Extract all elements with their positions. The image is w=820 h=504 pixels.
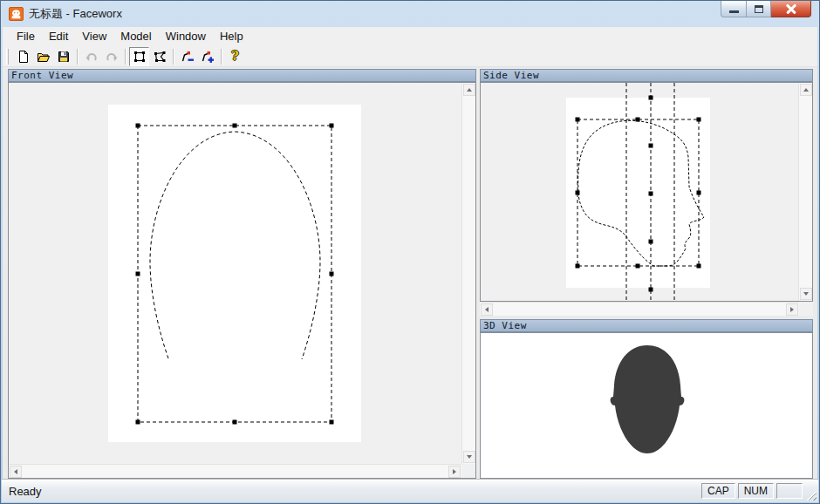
open-folder-icon [37,50,51,64]
close-icon [786,4,796,13]
three-d-head-model [481,333,812,478]
scroll-right-button[interactable] [448,466,461,478]
three-d-view-header: 3D View [480,319,813,332]
three-d-view-canvas[interactable] [480,332,813,479]
window-title: 无标题 - Faceworx [29,6,122,22]
front-view-drawing [9,83,475,478]
new-document-button[interactable] [13,47,33,66]
scroll-down-button[interactable] [800,288,812,300]
workspace: Front View [3,67,817,480]
save-file-button[interactable] [53,47,73,66]
help-button[interactable]: ? [225,47,245,66]
toolbar-separator [125,49,126,65]
scrollbar-corner [799,302,813,316]
menu-edit[interactable]: Edit [42,27,75,46]
scroll-right-button[interactable] [786,303,798,316]
minimize-icon [729,10,739,13]
front-view-canvas[interactable] [8,82,476,479]
menu-window[interactable]: Window [159,27,213,46]
add-point-tool-button[interactable] [197,47,217,66]
toolbar-separator [221,49,222,65]
close-button[interactable] [771,1,811,17]
menu-help[interactable]: Help [213,27,250,46]
redo-button[interactable] [101,47,121,66]
toolbar-separator [77,49,78,65]
face-logo-icon [10,8,23,20]
front-horizontal-scrollbar[interactable] [9,464,461,478]
titlebar[interactable]: 无标题 - Faceworx [2,1,818,27]
scroll-lock-indicator [776,483,803,499]
remove-point-icon [181,50,195,64]
scroll-up-button[interactable] [463,84,475,96]
arrow-up-icon [803,88,809,92]
maximize-button[interactable] [747,1,771,17]
polygon-select-icon [153,50,167,64]
status-indicators: CAP NUM [699,483,803,499]
arrow-right-icon [790,307,794,312]
front-view-pane: Front View [8,69,476,479]
undo-icon [85,50,99,64]
toolbar-grip[interactable] [6,49,9,65]
remove-point-tool-button[interactable] [177,47,197,66]
caption-buttons [721,1,811,17]
side-photo-canvas [566,98,710,288]
menubar: File Edit View Model Window Help [3,27,817,46]
side-horizontal-scrollbar[interactable] [480,302,799,316]
arrow-up-icon [467,88,472,92]
maximize-icon [755,5,763,13]
arrow-left-icon [14,469,17,474]
side-vertical-scrollbar[interactable] [798,83,812,301]
rect-select-tool-button[interactable] [129,47,149,66]
help-icon: ? [231,50,239,63]
side-view-header: Side View [480,69,813,82]
new-document-icon [17,50,31,64]
app-window: 无标题 - Faceworx File Edit View Model Wind… [0,0,820,504]
front-photo-canvas [108,105,361,442]
undo-button[interactable] [81,47,101,66]
add-point-icon [201,50,215,64]
side-view-drawing [481,83,798,301]
redo-icon [105,50,119,64]
side-view-pane: Side View [480,69,813,316]
minimize-button[interactable] [721,1,747,17]
status-message: Ready [9,485,699,498]
open-file-button[interactable] [33,47,53,66]
rect-select-icon [133,50,147,64]
polygon-select-tool-button[interactable] [149,47,169,66]
front-vertical-scrollbar[interactable] [461,83,475,464]
statusbar: Ready CAP NUM [2,479,818,502]
num-lock-indicator: NUM [738,483,774,499]
scroll-left-button[interactable] [10,466,22,478]
arrow-right-icon [453,469,456,474]
caps-lock-indicator: CAP [701,483,735,499]
scroll-left-button[interactable] [481,303,493,316]
scrollbar-corner [461,464,475,478]
front-view-header: Front View [8,69,476,82]
app-icon [9,7,24,21]
menu-model[interactable]: Model [113,27,158,46]
side-view-canvas[interactable] [480,82,813,302]
arrow-down-icon [803,292,809,296]
menu-view[interactable]: View [75,27,113,46]
menu-file[interactable]: File [10,27,42,46]
arrow-down-icon [467,455,472,459]
scroll-down-button[interactable] [463,451,475,463]
toolbar: ? [3,46,817,67]
scroll-up-button[interactable] [800,84,812,96]
three-d-view-pane: 3D View [480,319,813,479]
arrow-left-icon [485,307,489,312]
resize-grip[interactable] [805,489,817,501]
save-floppy-icon [57,50,71,64]
toolbar-separator [173,49,174,65]
